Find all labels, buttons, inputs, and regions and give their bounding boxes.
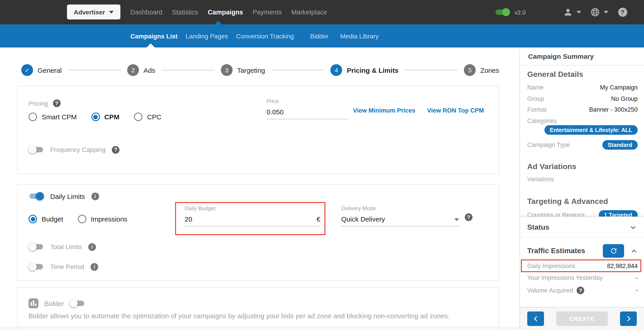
next-step-button[interactable] — [620, 312, 637, 326]
sidebar-title: Campaign Summary — [528, 52, 594, 60]
price-input[interactable] — [266, 108, 321, 116]
toggle-knob — [28, 146, 37, 154]
chevron-up-icon[interactable] — [630, 248, 638, 255]
step-number: 3 — [221, 64, 232, 76]
frequency-capping-label: Frequency Capping — [50, 146, 106, 153]
total-limits-toggle[interactable] — [28, 242, 44, 251]
radio-cpc[interactable]: CPC — [134, 113, 161, 121]
wizard-stepper: ✓ General 2 Ads 3 Targeting 4 — [21, 63, 499, 77]
radio-icon — [134, 113, 142, 121]
status-heading: Status — [527, 223, 550, 231]
radio-cpm[interactable]: CPM — [91, 113, 120, 121]
row-volume-acquired: Volume Acquired ? - — [527, 287, 638, 294]
radio-smart-cpm[interactable]: Smart CPM — [28, 113, 77, 121]
step-zones[interactable]: 5 Zones — [464, 64, 499, 76]
stepper-connector — [405, 70, 458, 70]
status-panel-header[interactable]: Status — [520, 217, 644, 237]
general-details-heading: General Details — [527, 70, 583, 79]
nav-item-campaigns[interactable]: Campaigns — [208, 8, 243, 16]
globe-icon — [590, 7, 600, 17]
nav-item-statistics[interactable]: Statistics — [172, 8, 198, 16]
bidder-title: Bidder — [44, 300, 64, 307]
step-number: 4 — [330, 64, 342, 76]
subnav-item-bidder[interactable]: Bidder — [310, 32, 328, 39]
radio-selected-icon — [91, 113, 100, 121]
account-button[interactable] — [563, 7, 573, 17]
create-campaign-button[interactable]: CREATE — [556, 312, 608, 326]
summary-row-campaign-type: Campaign Type Standard — [527, 140, 638, 150]
refresh-icon — [610, 247, 618, 255]
delivery-mode-help-icon[interactable]: ? — [465, 213, 472, 221]
step-label: General — [38, 66, 62, 74]
top-navigation: Dashboard Statistics Campaigns Payments … — [130, 0, 327, 24]
time-period-toggle[interactable] — [28, 262, 44, 271]
step-label: Targeting — [237, 66, 265, 74]
nav-item-payments[interactable]: Payments — [252, 8, 282, 16]
account-menu-caret[interactable] — [576, 11, 581, 13]
help-button[interactable]: ? — [618, 8, 627, 17]
frequency-capping-toggle[interactable] — [28, 145, 44, 154]
chevron-left-icon — [532, 316, 539, 322]
sidebar-title-row: Campaign Summary — [520, 47, 644, 65]
chevron-down-icon — [109, 11, 114, 13]
wizard-main-area: ✓ General 2 Ads 3 Targeting 4 — [0, 47, 520, 330]
time-period-info-icon[interactable]: i — [90, 263, 98, 271]
toggle-knob — [28, 243, 37, 251]
radio-budget[interactable]: Budget — [28, 215, 63, 223]
step-general[interactable]: ✓ General — [21, 64, 62, 76]
frequency-capping-help-icon[interactable]: ? — [112, 146, 120, 153]
previous-step-button[interactable] — [527, 312, 544, 326]
language-button[interactable] — [590, 7, 600, 17]
language-menu-caret[interactable] — [604, 11, 608, 13]
delivery-mode-label: Delivery Mode — [341, 205, 459, 212]
subnav-item-media-library[interactable]: Media Library — [340, 32, 379, 39]
campaign-type-chip: Standard — [602, 140, 638, 150]
daily-budget-input[interactable] — [185, 215, 239, 223]
volume-acquired-help-icon[interactable]: ? — [577, 287, 584, 294]
nav-item-marketplace[interactable]: Marketplace — [291, 8, 327, 16]
user-icon — [563, 7, 573, 17]
delivery-mode-select[interactable]: Delivery Mode Quick Delivery — [341, 205, 459, 227]
summary-row-name: Name My Campaign — [527, 84, 638, 91]
daily-limits-info-icon[interactable]: i — [91, 192, 99, 200]
price-field-label: Price — [266, 98, 348, 104]
traffic-estimates-panel: Traffic Estimates Daily Impressions 82,9… — [520, 237, 644, 308]
stepper-connector — [68, 70, 121, 70]
stepper-connector — [271, 70, 324, 70]
total-limits-info-icon[interactable]: i — [88, 243, 96, 251]
step-targeting[interactable]: 3 Targeting — [221, 64, 265, 76]
radio-impressions[interactable]: Impressions — [78, 215, 128, 223]
nav-item-dashboard[interactable]: Dashboard — [130, 8, 162, 16]
subnav-item-campaigns-list[interactable]: Campaigns List — [130, 32, 178, 39]
version-toggle[interactable] — [495, 8, 510, 17]
currency-symbol: € — [316, 215, 320, 223]
toggle-knob — [28, 263, 37, 271]
limit-type-radio-group: Budget Impressions — [28, 215, 128, 223]
bidder-card: Bidder Bidder allows you to automate the… — [17, 287, 499, 327]
daily-limits-toggle[interactable] — [28, 192, 44, 201]
traffic-estimates-heading: Traffic Estimates — [527, 247, 585, 255]
row-daily-impressions: Daily Impressions 82,982,844 — [527, 263, 638, 270]
summary-row-categories-label: Categories — [527, 117, 638, 124]
bidder-header-row: Bidder — [28, 298, 85, 308]
toggle-knob — [502, 8, 510, 16]
step-label: Pricing & Limits — [347, 66, 398, 74]
frequency-capping-row: Frequency Capping ? — [28, 145, 120, 154]
refresh-estimates-button[interactable] — [603, 244, 624, 258]
advertiser-role-selector[interactable]: Advertiser — [67, 4, 120, 19]
time-period-label: Time Period — [50, 263, 84, 270]
view-minimum-prices-link[interactable]: View Minimum Prices — [353, 107, 416, 114]
daily-limits-row: Daily Limits i — [28, 192, 99, 201]
version-label: v2.0 — [514, 9, 526, 15]
pricing-help-icon[interactable]: ? — [53, 99, 61, 107]
pricing-links: View Minimum Prices View RON Top CPM — [353, 107, 484, 114]
active-subtab-pointer — [147, 43, 155, 47]
step-pricing-limits[interactable]: 4 Pricing & Limits — [330, 64, 398, 76]
subnav-item-landing-pages[interactable]: Landing Pages — [186, 32, 228, 39]
subnav-item-conversion-tracking[interactable]: Conversion Tracking — [236, 32, 294, 39]
step-label: Ads — [144, 66, 155, 74]
toggle-knob — [36, 192, 44, 200]
step-ads[interactable]: 2 Ads — [127, 64, 155, 76]
bidder-toggle[interactable] — [70, 299, 85, 308]
view-ron-top-cpm-link[interactable]: View RON Top CPM — [427, 107, 484, 114]
